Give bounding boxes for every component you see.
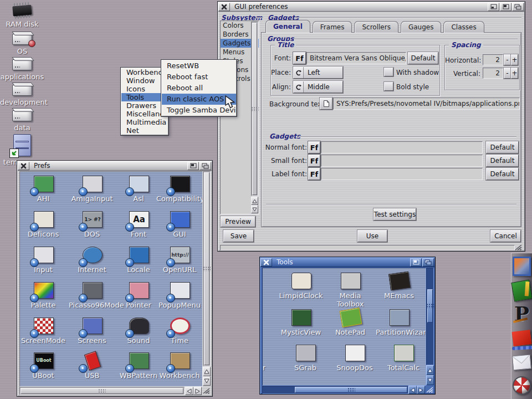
scroll-left-icon[interactable] [408, 386, 417, 394]
prefs-icon-screens[interactable]: Screens [69, 316, 115, 345]
mail-icon[interactable] [512, 355, 531, 371]
prefs-icon-ahi[interactable]: AHI [20, 175, 66, 203]
bold-style-checkbox[interactable] [384, 82, 393, 91]
place-cycle-button[interactable]: Left [293, 66, 343, 79]
horizontal-plus-button[interactable]: + [511, 54, 518, 65]
small-font-field[interactable] [321, 155, 483, 167]
boing-ball-icon[interactable] [513, 376, 531, 395]
prefs-icon-deficons[interactable]: Deficons [20, 210, 66, 238]
background-texture-field[interactable]: SYS:Prefs/Presets/novometal IV/bitmaps/a… [333, 98, 520, 110]
depth-icon[interactable] [422, 258, 434, 267]
desktop-icon-development[interactable]: development [0, 82, 44, 106]
tools-icon-sgrab[interactable]: SGrab [282, 344, 329, 372]
prefs-vscrollbar[interactable] [203, 171, 211, 366]
desktop-icon-applications[interactable]: applications [0, 57, 44, 81]
tools-icon-totalcalc[interactable]: TotalCalc [380, 344, 426, 372]
tools-icon-limpidclock[interactable]: LimpidClock [278, 272, 324, 300]
font-picker-icon[interactable]: Ff [308, 168, 320, 180]
resize-handle-icon[interactable] [202, 387, 211, 396]
depth-icon[interactable] [512, 3, 524, 11]
menu-item-net[interactable]: Net [121, 126, 168, 135]
resize-handle-icon[interactable] [514, 244, 523, 253]
vertical-plus-button[interactable]: + [511, 68, 518, 79]
prefs-icon-asl[interactable]: Asl [115, 175, 162, 203]
prefs-titlebar[interactable]: Prefs [18, 161, 212, 171]
scroll-down-icon[interactable] [203, 376, 211, 386]
gui-preferences-titlebar[interactable]: GUI preferences [218, 2, 524, 12]
prefs-icon-font[interactable]: AaFont [115, 210, 162, 238]
close-icon[interactable] [18, 162, 29, 170]
submenu-item-reboot-all[interactable]: Reboot all [162, 83, 236, 94]
submenu-item-reboot-fast[interactable]: Reboot fast [162, 71, 236, 83]
prefs-icon-workbench[interactable]: Workbench [156, 351, 203, 380]
tools-icon-partial-itor[interactable]: itor [262, 344, 283, 372]
prefs-icon-compatibility[interactable]: Compatibility [156, 175, 203, 203]
scroll-right-icon[interactable] [417, 386, 425, 394]
tools-icon-media-toolbox[interactable]: Media Toolbox [327, 272, 374, 308]
font-picker-icon[interactable]: Ff [293, 52, 306, 64]
file-picker-icon[interactable] [320, 98, 332, 110]
resize-handle-icon[interactable] [426, 386, 434, 395]
zoom-icon[interactable] [410, 258, 422, 267]
scroll-up-icon[interactable] [203, 367, 211, 376]
tab-classes[interactable]: Classes [443, 21, 484, 33]
tools-icon-partitionwizard[interactable]: PartitionWizard [376, 308, 422, 336]
use-button[interactable]: Use [357, 230, 387, 242]
depth-icon[interactable] [200, 162, 211, 170]
font-picker-icon[interactable]: Ff [308, 141, 320, 154]
prefs-icon-uboot[interactable]: UBootUBoot [20, 351, 66, 380]
prefs-icon-palette[interactable]: Palette [20, 281, 66, 309]
subsystem-scrollbar[interactable] [251, 22, 258, 196]
scrollbar-knob[interactable] [204, 172, 209, 365]
save-button[interactable]: Save [223, 230, 254, 242]
horizontal-minus-button[interactable]: - [504, 54, 511, 65]
with-shadow-checkbox[interactable] [384, 68, 393, 76]
desktop-icon-os[interactable]: OS [0, 31, 44, 55]
label-font-field[interactable] [321, 168, 483, 180]
tab-gauges[interactable]: Gauges [401, 21, 442, 33]
scroll-down-icon[interactable] [251, 205, 258, 213]
scrollbar-knob[interactable] [21, 388, 183, 394]
prefs-icon-picasso96mode[interactable]: Picasso96Mode [69, 281, 115, 309]
prefs-icon-openurl[interactable]: http://OpenURL [156, 245, 203, 274]
tools-icon-snoopdos[interactable]: SnoopDos [331, 344, 378, 372]
title-font-default-button[interactable]: Default [408, 52, 438, 64]
align-cycle-button[interactable]: Middle [293, 81, 343, 93]
tools-titlebar[interactable]: Tools [260, 258, 434, 267]
tools-icon-notepad[interactable]: NotePad [327, 308, 374, 336]
prefs-icon-sound[interactable]: Sound [115, 316, 162, 345]
tools-vscrollbar[interactable] [426, 268, 434, 365]
test-settings-button[interactable]: Test settings [374, 208, 416, 221]
tools-icon-memacs[interactable]: MEmacs [376, 272, 422, 300]
vertical-field[interactable]: 2 [483, 68, 503, 79]
small-font-default-button[interactable]: Default [486, 155, 519, 167]
desktop-icon-data[interactable]: data [0, 108, 44, 132]
submenu-item-resetwb[interactable]: ResetWB [162, 60, 236, 71]
zoom-icon[interactable] [187, 162, 199, 170]
scrollbar-knob[interactable] [295, 387, 407, 393]
notepad-icon[interactable] [511, 279, 532, 301]
prefs-icon-gui[interactable]: GUI [156, 210, 203, 238]
label-font-default-button[interactable]: Default [486, 168, 519, 180]
scroll-down-icon[interactable] [426, 375, 434, 385]
cancel-button[interactable]: Cancel [490, 230, 521, 242]
multiview-icon[interactable] [513, 257, 531, 276]
menu-item-multimedia[interactable]: Multimedia [121, 118, 168, 126]
iconify-icon[interactable] [488, 3, 499, 11]
font-picker-icon[interactable]: Ff [308, 155, 320, 167]
prefs-icon-wbpattern[interactable]: WBPattern [115, 351, 162, 380]
prefs-icon-usb[interactable]: USB [69, 351, 115, 380]
scroll-left-icon[interactable] [185, 387, 193, 395]
tools-hscrollbar[interactable] [262, 386, 408, 394]
scrollbar-knob[interactable] [252, 23, 257, 195]
prefs-hscrollbar[interactable] [19, 387, 185, 395]
prefs-icon-input[interactable]: Input [20, 245, 66, 274]
tab-general[interactable]: General [265, 20, 310, 33]
prefs-icon-internet[interactable]: Internet [69, 245, 115, 274]
tab-frames[interactable]: Frames [313, 21, 352, 33]
vertical-minus-button[interactable]: - [504, 68, 511, 79]
prefs-icon-screenmode[interactable]: ScreenMode [20, 316, 66, 345]
scrollbar-knob[interactable] [427, 289, 433, 323]
flag-icon[interactable] [512, 330, 532, 346]
close-icon[interactable] [218, 3, 230, 11]
